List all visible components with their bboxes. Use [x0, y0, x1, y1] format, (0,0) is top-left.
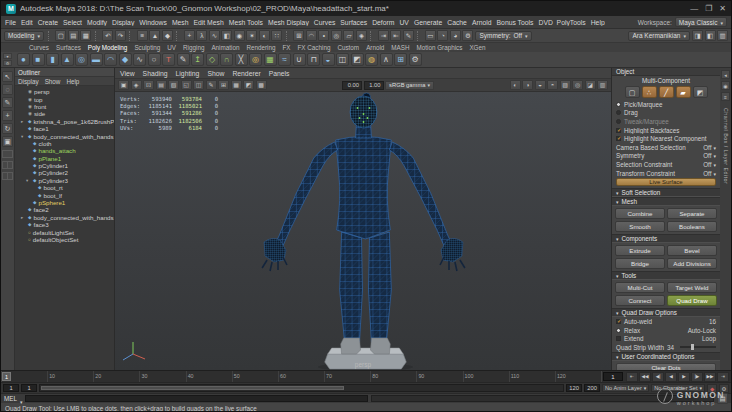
shelf-pencil-icon[interactable]: ✎	[177, 53, 190, 66]
snap-curve-icon[interactable]: ◠	[306, 30, 317, 41]
viewport-menu-view[interactable]: View	[120, 70, 135, 77]
mask-curves-icon[interactable]: ∿	[209, 30, 220, 41]
timeline-tick[interactable]: 20	[93, 371, 139, 382]
outliner-item[interactable]: ▸◆body_connected_with_hands1	[15, 214, 114, 221]
toolkit-radio-pick-marquee[interactable]: Pick/Marquee	[612, 100, 720, 109]
menu-cache[interactable]: Cache	[447, 19, 467, 26]
symmetry-menu[interactable]: Symmetry: Off	[475, 31, 531, 41]
minimize-button[interactable]: —	[690, 4, 698, 13]
workspace-selector[interactable]: Maya Classic	[675, 17, 727, 27]
grease-pencil-icon[interactable]: ✎	[206, 80, 217, 90]
channel-box-vertical-tab[interactable]: Channel Box / Layer Editor	[723, 108, 729, 184]
shelf-torus-icon[interactable]: ◎	[75, 53, 88, 66]
shelf-combine-icon[interactable]: ∪	[293, 53, 306, 66]
expand-arrow-icon[interactable]: ▸	[21, 119, 26, 124]
play-forward-button[interactable]: ▶	[678, 372, 690, 382]
shelf-tab-rigging[interactable]: Rigging	[183, 44, 204, 51]
shelf-smooth-icon[interactable]: ≈	[278, 53, 291, 66]
shelf-tab-mash[interactable]: MASH	[391, 44, 409, 51]
image-plane-icon[interactable]: ▧	[168, 80, 179, 90]
oversampling-icon[interactable]: ◫	[193, 80, 204, 90]
open-render-view-icon[interactable]: ▭	[425, 30, 436, 41]
menu-bonus-tools[interactable]: Bonus Tools	[497, 19, 534, 26]
shelf-multicut-icon[interactable]: ╳	[235, 53, 248, 66]
viewport-menu-lighting[interactable]: Lighting	[176, 70, 200, 77]
outliner-item[interactable]: ◆boot_rt	[15, 184, 114, 191]
select-component-icon[interactable]: ◆	[162, 30, 173, 41]
separate-button[interactable]: Separate	[667, 208, 717, 219]
outliner-item[interactable]: ◆cloth	[15, 140, 114, 147]
shelf-tab-uv[interactable]: UV	[167, 44, 176, 51]
menu-surfaces[interactable]: Surfaces	[340, 19, 367, 26]
timeline-tick[interactable]: 60	[278, 371, 324, 382]
shelf-gear-icon[interactable]: ⚙	[3, 60, 12, 66]
section-components[interactable]: Components	[612, 234, 720, 243]
shelf-tab-arnold[interactable]: Arnold	[366, 44, 384, 51]
bridge-button[interactable]: Bridge	[615, 258, 665, 269]
shelf-mirror-icon[interactable]: ◫	[336, 53, 349, 66]
outliner-item[interactable]: ◆pCylinder1	[15, 162, 114, 169]
shelf-platonic-icon[interactable]: ◆	[119, 53, 132, 66]
collapse-panel-icon[interactable]: ◂	[721, 70, 730, 79]
redo-icon[interactable]: ↷	[115, 30, 126, 41]
head-scan-mesh[interactable]	[350, 93, 377, 128]
shelf-tab-fx[interactable]: FX	[282, 44, 290, 51]
motion-blur-icon[interactable]: ◓	[547, 80, 558, 90]
mask-dynamics-icon[interactable]: ✶	[246, 30, 257, 41]
menu-edit[interactable]: Edit	[21, 19, 33, 26]
menu-file[interactable]: File	[5, 19, 16, 26]
shelf-tab-animation[interactable]: Animation	[211, 44, 239, 51]
select-object-icon[interactable]: ▲	[149, 30, 160, 41]
menu-curves[interactable]: Curves	[314, 19, 336, 26]
section-mesh[interactable]: Mesh	[612, 197, 720, 206]
current-frame-field[interactable]: 1	[603, 372, 623, 381]
two-d-pan-zoom-icon[interactable]: ◱	[181, 80, 192, 90]
outliner-title[interactable]: Outliner	[15, 68, 114, 77]
outliner-item[interactable]: ◆pSphere1	[15, 199, 114, 206]
single-pane-layout-button[interactable]	[2, 150, 13, 158]
outliner-item[interactable]: ◆face3	[15, 221, 114, 228]
xray-icon[interactable]: ▥	[597, 80, 608, 90]
isolate-select-icon[interactable]: ◪	[585, 80, 596, 90]
go-to-end-button[interactable]: ⇥	[717, 372, 729, 382]
shelf-bevel-icon[interactable]: ◇	[206, 53, 219, 66]
multisample-icon[interactable]: ▨	[560, 80, 571, 90]
go-to-start-button[interactable]: ⇤	[626, 372, 638, 382]
toolkit-check-highlight-backfaces[interactable]: Highlight Backfaces	[612, 126, 720, 135]
mask-deformers-icon[interactable]: ◉	[234, 30, 245, 41]
outliner-item[interactable]: ▾◆body_connected_with_hands	[15, 132, 114, 139]
input-connections-icon[interactable]: ⇥	[378, 30, 389, 41]
outliner-item[interactable]: ◆face2	[15, 206, 114, 213]
menu-modify[interactable]: Modify	[87, 19, 107, 26]
step-forward-key-button[interactable]: ▶▶	[704, 372, 716, 382]
select-hierarchy-icon[interactable]: ≡	[137, 30, 148, 41]
outliner-item[interactable]: ▸◆krishna_4_pose_1k62BrushPolyMesh3D	[15, 118, 114, 125]
shelf-separate-icon[interactable]: ⊓	[307, 53, 320, 66]
film-gate-icon[interactable]: ▦	[231, 80, 242, 90]
play-backward-button[interactable]: ◀	[665, 372, 677, 382]
outliner-menu-help[interactable]: Help	[66, 78, 79, 85]
outliner-item[interactable]: ◆face1	[15, 125, 114, 132]
outliner-item[interactable]: ◉persp	[15, 88, 114, 95]
outliner-item[interactable]: ◆pCylinder2	[15, 169, 114, 176]
menu-mesh[interactable]: Mesh	[172, 19, 189, 26]
shelf-cone-icon[interactable]: ▲	[61, 53, 74, 66]
sidebar-attribute-editor-icon[interactable]: ◨	[692, 30, 703, 41]
shelf-cylinder-icon[interactable]: ▮	[46, 53, 59, 66]
shelf-bridge-icon[interactable]: ∩	[220, 53, 233, 66]
viewport-menu-panels[interactable]: Panels	[269, 70, 290, 77]
mask-surfaces-icon[interactable]: ◧	[221, 30, 232, 41]
shelf-tab-fx-caching[interactable]: FX Caching	[298, 44, 331, 51]
shelf-gear-icon[interactable]: ⚙	[409, 53, 422, 66]
maximize-button[interactable]: ❐	[705, 4, 712, 13]
shelf-tab-xgen[interactable]: XGen	[469, 44, 485, 51]
shelf-extrude-icon[interactable]: ↥	[191, 53, 204, 66]
shelf-tab-custom[interactable]: Custom	[337, 44, 359, 51]
playback-end-field[interactable]: 120	[566, 384, 582, 392]
add-divisions-button[interactable]: Add Divisions	[667, 258, 717, 269]
menu-mesh-display[interactable]: Mesh Display	[268, 19, 309, 26]
menu-help[interactable]: Help	[591, 19, 605, 26]
move-tool-icon[interactable]: +	[2, 110, 13, 121]
menu-generate[interactable]: Generate	[414, 19, 442, 26]
screen-space-ao-icon[interactable]: ◒	[535, 80, 546, 90]
